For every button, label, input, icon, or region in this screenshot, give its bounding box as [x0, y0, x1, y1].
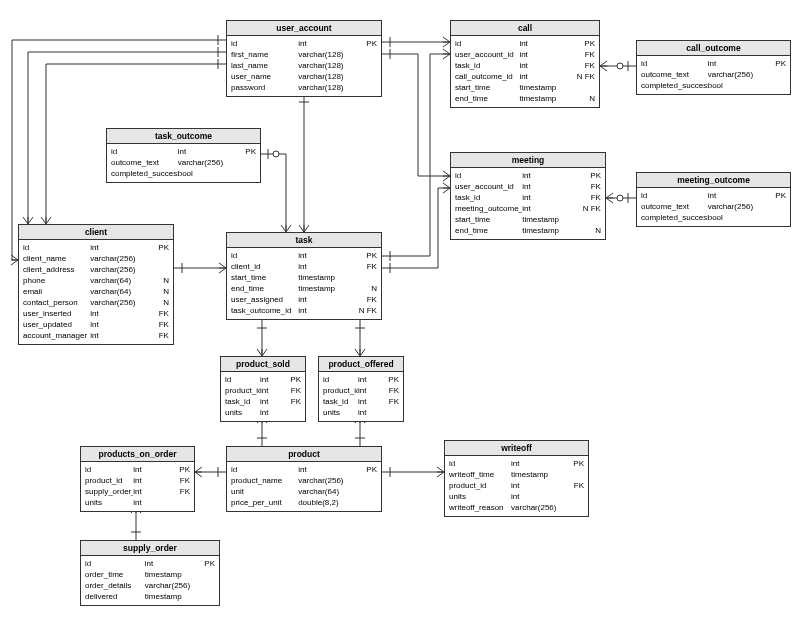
column-name: end_time — [231, 283, 298, 294]
column-name: start_time — [455, 214, 522, 225]
entity-product_sold: product_soldidintPKproduct_idintFKtask_i… — [220, 356, 306, 422]
column-row: client_addressvarchar(256) — [23, 264, 169, 275]
column-key — [192, 580, 215, 591]
column-name: start_time — [231, 272, 298, 283]
column-key: N FK — [575, 203, 601, 214]
column-key: PK — [760, 58, 786, 69]
entity-call_outcome: call_outcomeidintPKoutcome_textvarchar(2… — [636, 40, 791, 95]
column-type: varchar(256) — [90, 264, 143, 275]
column-key: PK — [351, 250, 377, 261]
entity-columns: idintPKclient_namevarchar(256)client_add… — [19, 240, 173, 344]
column-key — [760, 69, 786, 80]
column-type: bool — [708, 212, 760, 223]
column-name: id — [231, 250, 298, 261]
column-type: varchar(128) — [298, 82, 351, 93]
column-row: writeoff_reasonvarchar(256) — [449, 502, 584, 513]
entity-product: productidintPKproduct_namevarchar(256)un… — [226, 446, 382, 512]
column-key — [760, 80, 786, 91]
column-key: FK — [143, 330, 169, 341]
column-name: price_per_unit — [231, 497, 298, 508]
column-key: FK — [143, 308, 169, 319]
column-key — [560, 491, 584, 502]
column-row: idintPK — [455, 170, 601, 181]
column-type: int — [708, 190, 760, 201]
entity-task: taskidintPKclient_idintFKstart_timetimes… — [226, 232, 382, 320]
column-key: PK — [760, 190, 786, 201]
column-name: contact_person — [23, 297, 90, 308]
column-type: int — [298, 250, 351, 261]
column-row: user_account_idintFK — [455, 49, 595, 60]
entity-meeting_outcome: meeting_outcomeidintPKoutcome_textvarcha… — [636, 172, 791, 227]
column-row: idintPK — [23, 242, 169, 253]
column-name: unit — [231, 486, 298, 497]
column-name: last_name — [231, 60, 298, 71]
entity-title: task_outcome — [107, 129, 260, 144]
column-name: id — [323, 374, 358, 385]
column-row: user_assignedintFK — [231, 294, 377, 305]
column-row: idintPK — [111, 146, 256, 157]
column-key — [230, 168, 256, 179]
column-name: outcome_text — [111, 157, 178, 168]
column-name: units — [323, 407, 358, 418]
column-key: FK — [171, 475, 190, 486]
column-type: int — [708, 58, 760, 69]
column-type: int — [133, 464, 171, 475]
column-type: int — [358, 407, 385, 418]
column-row: product_idintFK — [323, 385, 399, 396]
entity-columns: idintPKoutcome_textvarchar(256)completed… — [107, 144, 260, 182]
entity-products_on_order: products_on_orderidintPKproduct_idintFKs… — [80, 446, 195, 512]
column-row: completed_successfullybool — [641, 80, 786, 91]
column-key: N FK — [351, 305, 377, 316]
column-type: timestamp — [522, 214, 575, 225]
entity-title: meeting — [451, 153, 605, 168]
column-name: outcome_text — [641, 201, 708, 212]
column-name: product_id — [323, 385, 358, 396]
column-name: password — [231, 82, 298, 93]
column-type: int — [133, 475, 171, 486]
column-type: varchar(256) — [298, 475, 351, 486]
column-key — [560, 469, 584, 480]
column-row: idintPK — [231, 38, 377, 49]
column-type: int — [358, 374, 385, 385]
column-type: int — [298, 38, 351, 49]
column-type: int — [511, 458, 560, 469]
column-key — [351, 486, 377, 497]
column-key: PK — [385, 374, 399, 385]
column-row: user_insertedintFK — [23, 308, 169, 319]
column-name: order_time — [85, 569, 145, 580]
column-type: varchar(256) — [178, 157, 230, 168]
column-row: idintPK — [455, 38, 595, 49]
column-key: FK — [570, 49, 595, 60]
column-type: bool — [178, 168, 230, 179]
column-type: int — [522, 203, 575, 214]
column-type: varchar(64) — [90, 275, 143, 286]
column-row: idintPK — [85, 464, 190, 475]
column-key: N — [143, 297, 169, 308]
column-row: first_namevarchar(128) — [231, 49, 377, 60]
column-name: id — [23, 242, 90, 253]
column-key: FK — [287, 385, 301, 396]
entity-columns: idintPKuser_account_idintFKtask_idintFKc… — [451, 36, 599, 107]
column-row: emailvarchar(64)N — [23, 286, 169, 297]
column-row: product_idintFK — [85, 475, 190, 486]
column-row: completed_successfullybool — [641, 212, 786, 223]
column-type: int — [511, 480, 560, 491]
column-name: user_name — [231, 71, 298, 82]
column-key: PK — [570, 38, 595, 49]
column-row: user_namevarchar(128) — [231, 71, 377, 82]
column-row: unitsint — [323, 407, 399, 418]
column-row: task_idintFK — [323, 396, 399, 407]
column-name: outcome_text — [641, 69, 708, 80]
column-type: int — [90, 330, 143, 341]
column-name: product_id — [449, 480, 511, 491]
column-key: PK — [560, 458, 584, 469]
column-name: call_outcome_id — [455, 71, 519, 82]
column-key — [143, 264, 169, 275]
entity-columns: idintPKfirst_namevarchar(128)last_nameva… — [227, 36, 381, 96]
column-name: completed_successfully — [111, 168, 178, 179]
column-name: completed_successfully — [641, 80, 708, 91]
column-name: id — [641, 190, 708, 201]
column-name: id — [85, 464, 133, 475]
column-name: end_time — [455, 93, 519, 104]
column-name: supply_order_id — [85, 486, 133, 497]
